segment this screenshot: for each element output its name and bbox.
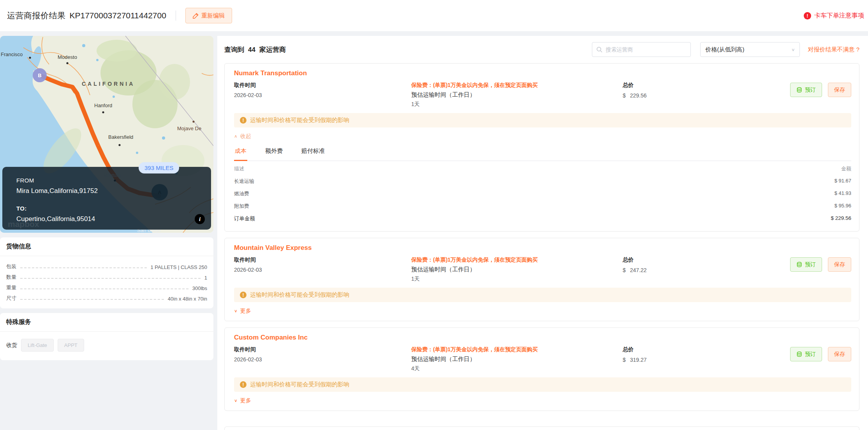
cost-row: 燃油费$ 41.93 — [234, 188, 851, 200]
cost-table: 描述金额 长途运输$ 91.67燃油费$ 41.93附加费$ 95.96 订单金… — [234, 163, 851, 225]
save-button[interactable]: 保存 — [828, 347, 851, 361]
pickup-time-value: 2026-02-03 — [234, 92, 411, 98]
total-price-label: 总价 — [623, 257, 790, 264]
cost-row: 附加费$ 95.96 — [234, 200, 851, 212]
total-price-label: 总价 — [623, 346, 790, 353]
map-label-modesto: Modesto — [58, 54, 77, 60]
delivery-label: 收货 — [6, 342, 17, 349]
book-button[interactable]: 预订 — [790, 83, 822, 97]
carrier-card: Numark Transportation 取件时间 2026-02-03 保险… — [224, 63, 859, 232]
pickup-time-label: 取件时间 — [234, 346, 411, 353]
holiday-warning-banner: ! 运输时间和价格可能会受到假期的影响 — [234, 377, 851, 392]
cargo-row: 数量1 — [6, 271, 207, 282]
map-label-bakersfield: Bakersfield — [108, 134, 133, 140]
quote-feedback-link[interactable]: 对报价结果不满意 ? — [808, 46, 859, 53]
map-label-mojave: Mojave De — [177, 126, 201, 131]
total-price-label: 总价 — [623, 82, 790, 89]
cargo-row: 尺寸40in x 48in x 70in — [6, 292, 207, 303]
expand-toggle[interactable]: ∧ 收起 — [234, 133, 851, 140]
sort-select[interactable]: 价格(从低到高) ∨ — [700, 42, 800, 57]
cargo-info-card: 货物信息 包装1 PALLETS | CLASS 250数量1重量300lbs尺… — [0, 237, 213, 308]
cargo-row-value: 40in x 48in x 70in — [168, 296, 207, 303]
cost-row-amount: $ 91.67 — [835, 178, 851, 185]
carrier-card: Custom Companies Inc 取件时间 2026-02-03 保险费… — [224, 327, 859, 411]
tab-compensation[interactable]: 赔付标准 — [301, 144, 326, 161]
from-address: Mira Loma,California,91752 — [16, 187, 211, 195]
total-price-value: $319.27 — [623, 357, 790, 363]
divider — [176, 11, 176, 21]
coins-icon — [796, 262, 802, 267]
dashed-leader — [20, 299, 164, 300]
map-label-hanford: Hanford — [94, 103, 112, 108]
cost-row: 长途运输$ 91.67 — [234, 175, 851, 188]
cargo-row: 重量300lbs — [6, 282, 207, 292]
route-map[interactable]: Francisco Modesto Hanford Bakersfield Mo… — [0, 36, 213, 233]
save-button[interactable]: 保存 — [828, 83, 851, 97]
cargo-row: 包装1 PALLETS | CLASS 250 — [6, 261, 207, 271]
insurance-note: 保险费：(单票)1万美金以内免保，须在预定页面购买 — [411, 257, 623, 264]
carrier-card-partial — [224, 426, 859, 430]
results-count: 查询到44家运营商 — [224, 45, 286, 54]
cargo-row-label: 重量 — [6, 284, 16, 292]
chevron-icon: ∨ — [234, 309, 238, 313]
chevron-down-icon: ∨ — [791, 47, 795, 52]
expand-toggle[interactable]: ∨ 更多 — [234, 308, 851, 315]
search-input[interactable] — [592, 42, 691, 57]
re-edit-button[interactable]: 重新编辑 — [185, 8, 232, 23]
total-price-value: $229.56 — [623, 92, 790, 99]
total-price-value: $247.22 — [623, 267, 790, 273]
chevron-icon: ∨ — [234, 398, 238, 403]
to-address: Cupertino,California,95014 — [16, 215, 211, 223]
top-bar: 运营商报价结果 KP1770003727011442700 重新编辑 ! 卡车下… — [0, 0, 868, 31]
holiday-warning-banner: ! 运输时间和价格可能会受到假期的影响 — [234, 288, 851, 302]
cost-row-label: 附加费 — [234, 203, 249, 210]
tab-cost[interactable]: 成本 — [234, 144, 247, 161]
cost-row-label: 燃油费 — [234, 190, 249, 197]
results-panel: 查询到44家运营商 价格(从低到高) ∨ 对报价结果不满意 ? Numark T… — [217, 36, 868, 430]
chevron-icon: ∧ — [234, 134, 238, 139]
to-label: TO: — [16, 205, 211, 212]
route-summary-overlay: FROM Mira Loma,California,91752 TO: Cupe… — [2, 167, 211, 230]
expand-toggle[interactable]: ∨ 更多 — [234, 397, 851, 404]
search-icon — [596, 46, 602, 53]
map-label-state: CALIFORNIA — [82, 81, 135, 87]
map-info-button[interactable]: i — [195, 214, 205, 224]
book-button[interactable]: 预订 — [790, 347, 822, 361]
from-label: FROM — [16, 177, 211, 184]
truck-order-notice-link[interactable]: ! 卡车下单注意事项 — [804, 12, 864, 20]
cost-row-amount: $ 95.96 — [835, 203, 851, 210]
cost-row-label: 长途运输 — [234, 178, 254, 185]
order-id: KP1770003727011442700 — [70, 11, 166, 20]
cargo-row-value: 1 PALLETS | CLASS 250 — [151, 264, 208, 271]
currency-symbol: $ — [623, 357, 626, 363]
carrier-name: Numark Transportation — [234, 69, 851, 77]
book-button[interactable]: 预订 — [790, 257, 822, 272]
dashed-leader — [20, 278, 201, 279]
carrier-card: Mountain Valley Express 取件时间 2026-02-03 … — [224, 238, 859, 321]
insurance-note: 保险费：(单票)1万美金以内免保，须在预定页面购买 — [411, 82, 623, 89]
warning-icon: ! — [240, 381, 246, 388]
coins-icon — [796, 87, 802, 93]
distance-badge: 393 MILES — [139, 162, 179, 173]
tab-extra-fees[interactable]: 额外费 — [264, 144, 283, 161]
cargo-info-title: 货物信息 — [0, 237, 213, 256]
carrier-name: Mountain Valley Express — [234, 244, 851, 252]
cost-table-header: 描述金额 — [234, 163, 851, 175]
marker-b: B — [38, 73, 41, 78]
cargo-row-label: 尺寸 — [6, 295, 16, 303]
cargo-row-value: 1 — [204, 275, 207, 282]
coins-icon — [796, 351, 802, 357]
cargo-row-value: 300lbs — [192, 285, 207, 292]
special-services-card: 特殊服务 收货 Lift-GateAPPT — [0, 313, 213, 360]
pickup-time-value: 2026-02-03 — [234, 267, 411, 273]
cost-row-amount: $ 41.93 — [835, 190, 851, 197]
cargo-row-label: 数量 — [6, 274, 16, 282]
sidebar: Francisco Modesto Hanford Bakersfield Mo… — [0, 36, 213, 430]
pickup-time-label: 取件时间 — [234, 257, 411, 264]
save-button[interactable]: 保存 — [828, 257, 851, 272]
detail-tabs: 成本 额外费 赔付标准 — [234, 144, 851, 161]
pickup-time-value: 2026-02-03 — [234, 356, 411, 363]
page-title: 运营商报价结果 — [7, 10, 66, 21]
transit-time-label: 预估运输时间（工作日） — [411, 266, 623, 273]
cargo-row-label: 包装 — [6, 263, 16, 271]
